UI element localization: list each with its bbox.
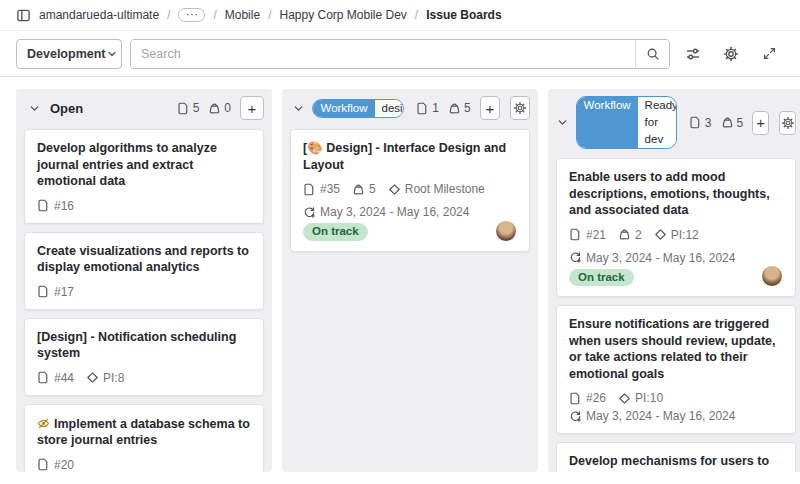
issue-title: [Design] - Notification scheduling syste… [37, 329, 251, 362]
collapse-column-button[interactable] [556, 113, 570, 133]
label-scope: Workflow [313, 100, 374, 117]
issue-type-icon [689, 116, 702, 129]
issue-reference: #44 [37, 371, 74, 385]
issue-type-icon [37, 371, 50, 384]
weight-icon [448, 102, 461, 115]
column-scoped-label[interactable]: Workflow design [312, 99, 404, 118]
collapse-column-button[interactable] [290, 98, 306, 118]
avatar[interactable] [495, 220, 517, 242]
avatar[interactable] [761, 265, 783, 287]
iteration-icon [569, 410, 582, 423]
breadcrumb-separator: / [415, 8, 418, 22]
issue-card[interactable]: Create visualizations and reports to dis… [24, 232, 264, 310]
search-button[interactable] [635, 40, 669, 68]
card-meta-row: #20 [37, 458, 251, 472]
board-switcher-value: Development [27, 47, 106, 61]
column-scoped-label[interactable]: Workflow Ready for dev [576, 96, 677, 149]
column-settings-button[interactable] [510, 96, 530, 120]
breadcrumb-ellipsis-button[interactable]: ··· [178, 8, 205, 22]
milestone-icon [86, 371, 99, 384]
board-column: Workflow Ready for dev 3 5 + Enable user… [548, 89, 800, 472]
issue-card[interactable]: [Design] - Notification scheduling syste… [24, 318, 264, 396]
issue-reference: #26 [569, 391, 606, 405]
milestone-icon [618, 392, 631, 405]
weight-icon [721, 116, 734, 129]
add-issue-button[interactable]: + [752, 111, 769, 135]
issue-card[interactable]: Ensure notifications are triggered when … [556, 305, 796, 434]
issue-iteration-dates: May 3, 2024 - May 16, 2024 [569, 409, 735, 423]
issue-milestone: PI:8 [86, 371, 124, 385]
chevron-down-icon [292, 102, 305, 115]
issue-card[interactable]: [🎨 Design] - Interface Design and Layout… [290, 129, 530, 252]
column-issue-count: 5 [177, 101, 200, 115]
column-weight-count: 0 [208, 101, 231, 115]
card-list: [🎨 Design] - Interface Design and Layout… [282, 125, 538, 260]
issue-board: Open 5 0 + Develop algorithms to analyze… [0, 77, 800, 484]
column-header: Open 5 0 + [16, 89, 272, 125]
chevron-down-icon [28, 102, 41, 115]
issue-title: [🎨 Design] - Interface Design and Layout [303, 140, 517, 173]
issue-title: Enable users to add mood descriptions, e… [569, 169, 783, 219]
issue-type-icon [177, 102, 190, 115]
breadcrumb: amandarueda-ultimate / ··· / Mobile / Ha… [0, 0, 800, 31]
gear-icon [781, 116, 795, 130]
issue-title: Create visualizations and reports to dis… [37, 243, 251, 276]
card-meta-row: May 3, 2024 - May 16, 2024 On track [303, 205, 517, 241]
search-icon [646, 47, 660, 61]
issue-title: Implement a database schema to store jou… [37, 415, 251, 449]
issue-reference: #16 [37, 199, 74, 213]
board-settings-button[interactable] [716, 39, 746, 69]
issue-type-icon [37, 458, 50, 471]
milestone-icon [388, 183, 401, 196]
milestone-icon [654, 228, 667, 241]
column-header: Workflow Ready for dev 3 5 + [548, 89, 800, 154]
filter-bar [130, 39, 670, 69]
breadcrumb-current-page: Issue Boards [426, 8, 501, 22]
issue-iteration-dates: May 3, 2024 - May 16, 2024 [303, 205, 469, 219]
issue-card[interactable]: Develop mechanisms for users to monitor … [556, 442, 796, 472]
gear-icon [513, 101, 527, 115]
issue-type-icon [416, 102, 429, 115]
column-settings-button[interactable] [779, 111, 796, 135]
issue-card[interactable]: Implement a database schema to store jou… [24, 404, 264, 473]
chevron-down-icon [106, 48, 118, 60]
card-list: Enable users to add mood descriptions, e… [548, 154, 800, 472]
issue-type-icon [569, 228, 582, 241]
column-issue-count: 3 [689, 116, 712, 130]
issue-card[interactable]: Develop algorithms to analyze journal en… [24, 129, 264, 224]
sidebar-toggle-icon[interactable] [16, 8, 31, 23]
issue-title: Develop mechanisms for users to monitor … [569, 453, 783, 472]
collapse-column-button[interactable] [24, 98, 44, 118]
card-meta-row: #212PI:12 [569, 228, 783, 242]
column-title: Open [50, 101, 83, 116]
issue-milestone: PI:12 [654, 228, 699, 242]
board-config-button[interactable] [678, 39, 708, 69]
issue-reference: #21 [569, 228, 606, 242]
column-weight-count: 5 [721, 116, 744, 130]
issue-card[interactable]: Enable users to add mood descriptions, e… [556, 158, 796, 297]
breadcrumb-project[interactable]: amandarueda-ultimate [39, 8, 159, 22]
issue-iteration-dates: May 3, 2024 - May 16, 2024 [569, 251, 735, 265]
issue-weight: 2 [618, 228, 642, 242]
issue-title: Develop algorithms to analyze journal en… [37, 140, 251, 190]
column-header: Workflow design 1 5 + [282, 89, 538, 125]
confidential-icon [37, 417, 50, 430]
board-switcher-dropdown[interactable]: Development [16, 39, 122, 69]
search-input[interactable] [131, 40, 635, 68]
filter-sliders-icon [685, 46, 701, 62]
card-meta-row: May 3, 2024 - May 16, 2024 On track [569, 251, 783, 287]
board-column: Open 5 0 + Develop algorithms to analyze… [16, 89, 272, 472]
health-status-badge: On track [303, 223, 368, 241]
fullscreen-button[interactable] [754, 39, 784, 69]
breadcrumb-group[interactable]: Mobile [225, 8, 260, 22]
add-issue-button[interactable]: + [240, 96, 264, 120]
breadcrumb-subgroup[interactable]: Happy Corp Mobile Dev [279, 8, 406, 22]
column-weight-count: 5 [448, 101, 471, 115]
column-issue-count: 1 [416, 101, 439, 115]
add-issue-button[interactable]: + [480, 96, 500, 120]
issue-title: Ensure notifications are triggered when … [569, 316, 783, 382]
issue-type-icon [569, 392, 582, 405]
issue-milestone: PI:10 [618, 391, 663, 405]
assignee-avatars [761, 265, 783, 287]
issue-milestone: Root Milestone [388, 182, 485, 196]
